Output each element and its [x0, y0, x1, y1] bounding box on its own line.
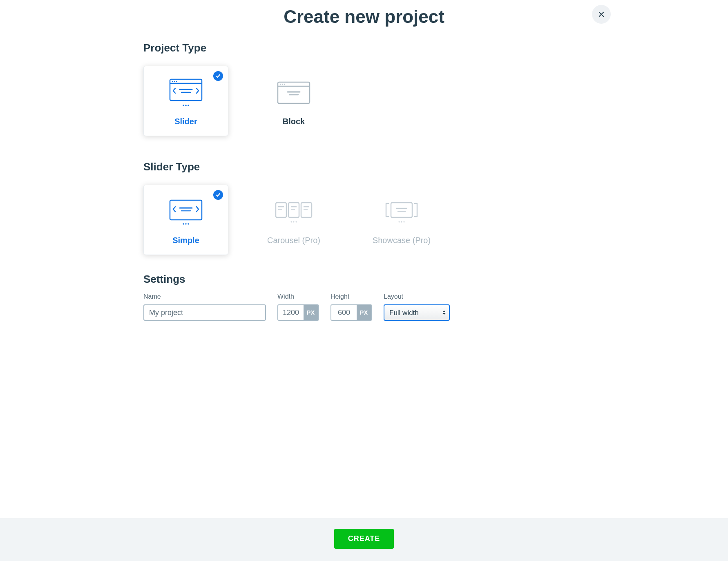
svg-point-6	[176, 80, 177, 82]
project-type-slider-label: Slider	[174, 117, 197, 126]
svg-rect-12	[278, 82, 310, 103]
height-input[interactable]	[331, 305, 357, 320]
svg-point-14	[280, 83, 281, 85]
svg-point-11	[188, 105, 189, 106]
project-type-slider[interactable]: Slider	[143, 66, 228, 136]
svg-rect-27	[301, 203, 312, 217]
svg-point-9	[183, 105, 184, 106]
width-unit-toggle[interactable]: PX	[304, 305, 318, 320]
height-unit-toggle[interactable]: PX	[357, 305, 371, 320]
slider-type-heading: Slider Type	[143, 161, 585, 173]
height-label: Height	[331, 293, 372, 300]
svg-point-36	[295, 221, 297, 222]
svg-point-15	[282, 83, 283, 85]
check-icon	[213, 190, 223, 200]
project-type-block[interactable]: Block	[251, 66, 336, 136]
carousel-icon	[273, 195, 314, 230]
check-icon	[213, 71, 223, 81]
svg-point-5	[174, 80, 175, 82]
svg-point-34	[290, 221, 292, 222]
slider-type-showcase-label: Showcase (Pro)	[373, 236, 431, 245]
slider-type-showcase[interactable]: Showcase (Pro)	[359, 185, 444, 255]
svg-point-16	[284, 83, 285, 85]
close-icon	[598, 11, 605, 18]
svg-rect-37	[391, 203, 412, 217]
width-label: Width	[277, 293, 319, 300]
svg-point-4	[172, 80, 173, 82]
showcase-icon	[381, 195, 422, 230]
svg-point-35	[293, 221, 294, 222]
layout-label: Layout	[384, 293, 450, 300]
page-title: Create new project	[112, 7, 616, 27]
slider-type-carousel-label: Carousel (Pro)	[267, 236, 320, 245]
svg-point-42	[403, 221, 404, 222]
simple-slider-icon	[167, 195, 204, 230]
svg-rect-25	[276, 203, 286, 217]
project-type-heading: Project Type	[143, 42, 585, 54]
svg-point-41	[401, 221, 402, 222]
project-type-block-label: Block	[283, 117, 305, 126]
name-input[interactable]	[143, 304, 266, 321]
slider-type-simple-label: Simple	[172, 236, 199, 245]
width-input[interactable]	[278, 305, 304, 320]
svg-point-40	[398, 221, 400, 222]
slider-type-carousel[interactable]: Carousel (Pro)	[251, 185, 336, 255]
name-label: Name	[143, 293, 266, 300]
svg-point-10	[185, 105, 187, 106]
create-button[interactable]: CREATE	[334, 529, 394, 549]
svg-point-23	[185, 223, 187, 225]
svg-rect-19	[170, 200, 202, 220]
layout-select[interactable]: Full width	[384, 304, 450, 321]
svg-point-24	[188, 223, 189, 225]
close-button[interactable]	[592, 5, 611, 24]
settings-heading: Settings	[143, 273, 585, 286]
svg-point-22	[183, 223, 184, 225]
svg-rect-26	[288, 203, 299, 217]
slider-type-simple[interactable]: Simple	[143, 185, 228, 255]
block-icon	[275, 76, 312, 111]
slider-icon	[167, 76, 204, 111]
